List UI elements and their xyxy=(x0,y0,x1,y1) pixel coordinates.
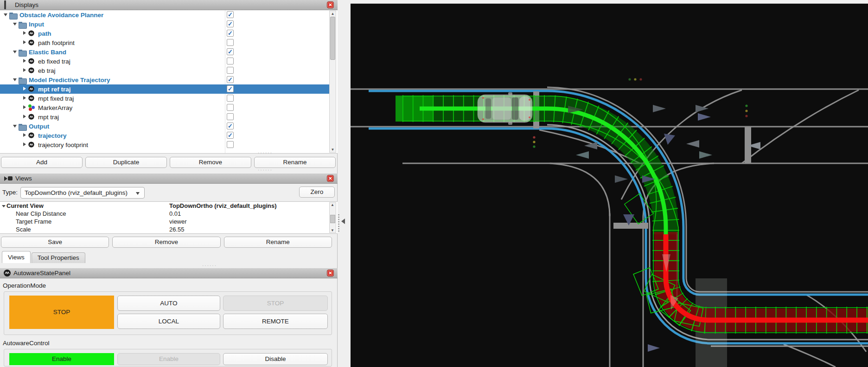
view-properties-table[interactable]: Current ViewTopDownOrtho (rviz_default_p… xyxy=(0,201,338,234)
tree-scrollbar[interactable]: ▲ ▼ xyxy=(329,11,336,153)
checkbox[interactable] xyxy=(227,95,234,102)
scroll-down-icon[interactable]: ▼ xyxy=(330,147,336,152)
property-name: Scale xyxy=(0,226,169,233)
zero-button[interactable]: Zero xyxy=(299,187,335,198)
add-button[interactable]: Add xyxy=(1,157,83,168)
tree-row[interactable]: trajectory footprint xyxy=(0,140,329,149)
remove-button[interactable]: Remove xyxy=(170,157,251,168)
tree-item-label: eb traj xyxy=(38,67,56,74)
bottom-tabs: Views Tool Properties xyxy=(2,251,85,263)
property-row[interactable]: Scale26.55 xyxy=(0,225,338,233)
checkbox[interactable]: ✓ xyxy=(227,122,234,129)
views-icon xyxy=(4,176,13,181)
checkbox[interactable] xyxy=(227,141,234,148)
tree-row[interactable]: path footprint xyxy=(0,38,329,47)
scrollbar-thumb[interactable] xyxy=(330,17,335,60)
autoware-control-status: Enable xyxy=(9,353,114,365)
save-button[interactable]: Save xyxy=(1,237,109,248)
property-row[interactable]: Near Clip Distance0.01 xyxy=(0,210,338,218)
local-button[interactable]: LOCAL xyxy=(117,314,220,329)
checkbox[interactable]: ✓ xyxy=(227,11,234,18)
tree-item-label: Model Predictive Trajectory xyxy=(29,77,110,84)
views-panel-header[interactable]: Views ✕ xyxy=(0,174,338,184)
checkbox[interactable]: ✓ xyxy=(227,85,234,92)
remote-button[interactable]: REMOTE xyxy=(223,314,328,329)
displays-tree[interactable]: Obstacle Avoidance Planner✓Input✓path✓pa… xyxy=(0,10,338,154)
panel-splitter[interactable] xyxy=(338,0,351,367)
displays-panel-header[interactable]: Displays ✕ xyxy=(0,0,338,10)
checkbox[interactable] xyxy=(227,67,234,74)
tab-tool-properties[interactable]: Tool Properties xyxy=(32,252,85,263)
checkbox[interactable]: ✓ xyxy=(227,48,234,55)
close-icon[interactable]: ✕ xyxy=(327,1,334,8)
scroll-up-icon[interactable]: ▲ xyxy=(331,203,334,207)
tree-row[interactable]: eb traj xyxy=(0,66,329,75)
3d-viewport[interactable] xyxy=(351,0,868,367)
properties-scrollbar[interactable]: ▲ ▼ xyxy=(329,202,336,233)
tree-item-label: eb fixed traj xyxy=(38,58,70,65)
tree-item-label: path footprint xyxy=(38,39,75,46)
trajectory-footprints xyxy=(402,96,868,333)
property-name: Near Clip Distance xyxy=(0,210,169,217)
tree-row[interactable]: eb fixed traj xyxy=(0,57,329,66)
displays-panel-title: Displays xyxy=(15,1,38,8)
tree-row[interactable]: mpt traj xyxy=(0,112,329,122)
property-value: TopDownOrtho (rviz_default_plugins) xyxy=(169,202,277,209)
operation-mode-group: STOP AUTO STOP LOCAL REMOTE xyxy=(4,291,332,335)
checkbox[interactable]: ✓ xyxy=(227,132,234,139)
auto-button[interactable]: AUTO xyxy=(117,296,220,311)
autoware-icon xyxy=(28,39,36,46)
checkbox[interactable]: ✓ xyxy=(227,20,234,27)
remove-view-button[interactable]: Remove xyxy=(112,237,220,248)
property-row[interactable]: Target Frameviewer xyxy=(0,218,338,225)
splitter-grip[interactable] xyxy=(338,214,339,232)
checkbox[interactable] xyxy=(227,113,234,120)
view-type-dropdown[interactable]: TopDownOrtho (rviz_default_plugins) xyxy=(20,187,145,199)
close-icon[interactable]: ✕ xyxy=(327,270,334,277)
autoware-icon xyxy=(4,270,11,277)
tree-row[interactable]: mpt ref traj✓ xyxy=(0,84,329,94)
property-row[interactable]: Current ViewTopDownOrtho (rviz_default_p… xyxy=(0,202,338,210)
folder-icon xyxy=(19,77,27,84)
close-icon[interactable]: ✕ xyxy=(327,175,334,182)
folder-icon xyxy=(19,49,27,56)
tree-row[interactable]: trajectory✓ xyxy=(0,131,329,140)
tree-row[interactable]: Output✓ xyxy=(0,122,329,131)
tree-item-label: trajectory xyxy=(38,132,67,139)
tree-row[interactable]: path✓ xyxy=(0,29,329,38)
splitter-dots[interactable]: ······ xyxy=(202,263,217,268)
autoware-icon xyxy=(28,30,36,37)
checkbox[interactable]: ✓ xyxy=(227,76,234,83)
displays-buttons: Add Duplicate Remove Rename xyxy=(1,157,336,168)
autoware-state-panel-header[interactable]: AutowareStatePanel ✕ xyxy=(0,268,338,278)
operation-mode-status: STOP xyxy=(9,296,114,329)
scroll-up-icon[interactable]: ▲ xyxy=(330,11,336,16)
rviz-window: Displays ✕ Obstacle Avoidance Planner✓In… xyxy=(0,0,868,367)
tree-row[interactable]: MarkerArray xyxy=(0,103,329,112)
autoware-icon xyxy=(28,114,36,121)
tree-row[interactable]: Model Predictive Trajectory✓ xyxy=(0,75,329,84)
tree-row[interactable]: Input✓ xyxy=(0,19,329,29)
splitter-dots[interactable]: ······ xyxy=(258,167,273,173)
checkbox[interactable] xyxy=(227,58,234,64)
tree-row[interactable]: Elastic Band✓ xyxy=(0,47,329,57)
checkbox[interactable] xyxy=(227,104,234,111)
checkbox[interactable]: ✓ xyxy=(227,30,234,37)
tree-item-label: MarkerArray xyxy=(38,104,72,111)
stop-button: STOP xyxy=(223,296,328,311)
autoware-panel-title: AutowareStatePanel xyxy=(13,270,70,277)
rename-view-button[interactable]: Rename xyxy=(224,237,332,248)
duplicate-button[interactable]: Duplicate xyxy=(85,157,167,168)
scrollbar-thumb[interactable] xyxy=(330,215,335,223)
tab-views[interactable]: Views xyxy=(2,251,31,263)
rename-button[interactable]: Rename xyxy=(254,157,336,168)
tree-row[interactable]: mpt fixed traj xyxy=(0,94,329,103)
disable-button[interactable]: Disable xyxy=(223,353,328,365)
splitter-dots[interactable]: ······ xyxy=(258,150,273,155)
collapse-panel-icon[interactable] xyxy=(341,219,345,224)
tree-row[interactable]: Obstacle Avoidance Planner✓ xyxy=(0,10,329,19)
checkbox[interactable] xyxy=(227,39,234,46)
scroll-down-icon[interactable]: ▼ xyxy=(331,228,334,232)
tree-item-label: Input xyxy=(29,21,44,28)
property-value: 26.55 xyxy=(169,226,185,233)
